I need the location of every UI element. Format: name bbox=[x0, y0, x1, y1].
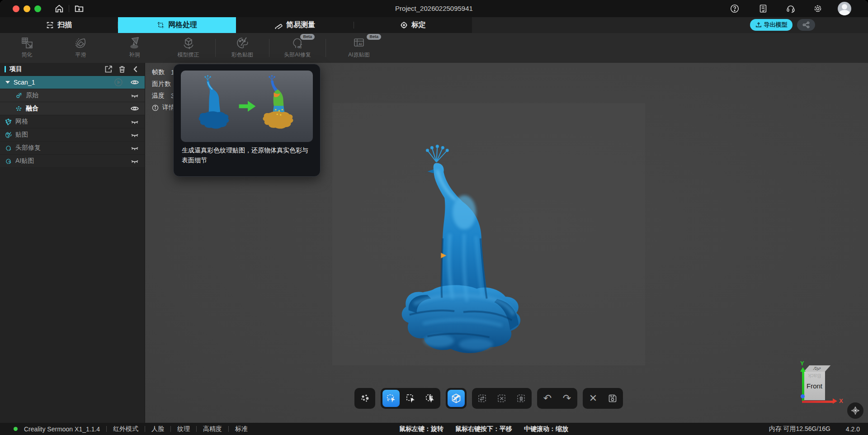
point-cloud-button[interactable] bbox=[356, 390, 373, 407]
save-button[interactable] bbox=[604, 390, 621, 407]
ai-texture-layer-icon: AI bbox=[5, 157, 12, 165]
eye-closed-icon[interactable] bbox=[130, 130, 139, 139]
tab-mesh-processing[interactable]: 网格处理 bbox=[118, 17, 236, 33]
layer-label: 融合 bbox=[26, 104, 38, 113]
mode-texture: 纹理 bbox=[177, 425, 190, 433]
settings-gear-icon[interactable] bbox=[813, 4, 823, 14]
mesh-view-button[interactable] bbox=[448, 390, 465, 407]
status-separator bbox=[228, 426, 229, 432]
support-headset-icon[interactable] bbox=[786, 4, 796, 14]
delete-selection-button[interactable] bbox=[513, 390, 530, 407]
tool-color-texture[interactable]: 彩色贴图 bbox=[216, 33, 269, 63]
gizmo-front-face[interactable]: Back Front bbox=[804, 372, 825, 400]
delete-project-icon[interactable] bbox=[118, 65, 127, 74]
layer-row-scan1[interactable]: Scan_1 bbox=[0, 76, 145, 89]
eye-open-icon[interactable] bbox=[130, 104, 139, 113]
fill-holes-icon bbox=[127, 36, 142, 50]
tool-smooth[interactable]: 平滑 bbox=[54, 33, 108, 63]
tool-simplify[interactable]: 简化 bbox=[0, 33, 54, 63]
play-icon[interactable] bbox=[114, 78, 123, 87]
share-button[interactable] bbox=[797, 19, 815, 31]
mode-standard: 标准 bbox=[235, 425, 248, 433]
group-selection-edit bbox=[472, 388, 532, 409]
tool-label: 头部AI修复 bbox=[284, 51, 311, 59]
eye-closed-icon[interactable] bbox=[130, 143, 139, 152]
y-axis-label: Y bbox=[800, 360, 804, 367]
point-cloud-icon bbox=[359, 393, 370, 404]
tool-ai-texture[interactable]: Beta AI AI原贴图 bbox=[326, 33, 392, 63]
cancel-edit-button[interactable]: ✕ bbox=[585, 390, 602, 407]
layer-row-mesh[interactable]: 网格 bbox=[0, 115, 145, 128]
eye-closed-icon[interactable] bbox=[130, 91, 139, 100]
simplify-icon bbox=[20, 36, 34, 50]
tab-row: 扫描 网格处理 简易测量 标定 bbox=[0, 17, 868, 33]
x-axis-arrowhead bbox=[833, 398, 837, 404]
layer-row-fusion[interactable]: 融合 bbox=[0, 102, 145, 115]
device-name: Creality Sermoon X1_1.1.4 bbox=[24, 426, 100, 433]
group-select-tools bbox=[381, 388, 440, 409]
peacock-beak bbox=[428, 169, 434, 173]
collapse-panel-icon[interactable] bbox=[131, 65, 140, 74]
license-icon[interactable] bbox=[758, 4, 768, 14]
eye-open-icon[interactable] bbox=[130, 78, 139, 87]
app-version: 4.2.0 bbox=[846, 426, 860, 433]
export-model-button[interactable]: 导出模型 bbox=[750, 19, 793, 31]
tool-label: 彩色贴图 bbox=[231, 51, 253, 59]
tab-calibration[interactable]: 标定 bbox=[354, 17, 472, 33]
close-icon: ✕ bbox=[589, 393, 597, 403]
eye-closed-icon[interactable] bbox=[130, 156, 139, 165]
layer-row-raw[interactable]: 原始 bbox=[0, 89, 145, 102]
align-model-icon bbox=[181, 36, 196, 50]
orientation-gizmo[interactable]: Top Back Front Y X bbox=[796, 362, 854, 421]
ai-texture-icon: AI bbox=[352, 36, 366, 50]
tool-head-ai-repair[interactable]: Beta AI 头部AI修复 bbox=[269, 33, 326, 63]
tooltip-preview-image bbox=[181, 71, 313, 142]
status-bar: Creality Sermoon X1_1.1.4 红外模式 人脸 纹理 高精度… bbox=[0, 423, 868, 435]
export-model-label: 导出模型 bbox=[764, 21, 788, 29]
share-icon bbox=[802, 21, 810, 28]
peacock-crown bbox=[426, 145, 448, 162]
preview-after-model bbox=[261, 74, 295, 138]
x-axis-line bbox=[802, 401, 834, 403]
import-icon[interactable] bbox=[104, 65, 113, 74]
app-window: Project_20260225095941 扫描 网格处理 简易测量 bbox=[0, 0, 868, 435]
reset-view-button[interactable] bbox=[847, 402, 863, 419]
layer-row-head-repair[interactable]: 头部修复 bbox=[0, 142, 145, 155]
tool-ribbon: 简化 平滑 补洞 模型摆正 彩色贴图 Beta AI 头部AI修复 Beta A… bbox=[0, 33, 868, 63]
status-separator bbox=[170, 426, 171, 432]
device-online-dot bbox=[14, 427, 18, 431]
layer-row-ai-texture[interactable]: AI AI贴图 bbox=[0, 155, 145, 168]
rect-select-button[interactable] bbox=[402, 390, 419, 407]
texture-palette-icon bbox=[5, 131, 12, 139]
chevron-down-icon[interactable] bbox=[5, 81, 10, 84]
status-left: Creality Sermoon X1_1.1.4 红外模式 人脸 纹理 高精度… bbox=[14, 423, 248, 435]
tab-scan[interactable]: 扫描 bbox=[0, 17, 118, 33]
layer-row-texture[interactable]: 贴图 bbox=[0, 128, 145, 142]
group-history: ↶ ↷ bbox=[537, 388, 577, 409]
gizmo-front-label: Front bbox=[807, 382, 822, 390]
sidebar-title: 项目 bbox=[9, 65, 99, 73]
head-repair-icon bbox=[5, 144, 12, 152]
user-avatar[interactable] bbox=[838, 2, 851, 15]
tab-measure[interactable]: 简易测量 bbox=[236, 17, 354, 33]
gizmo-top-face[interactable]: Top bbox=[804, 365, 831, 372]
tool-align-model[interactable]: 模型摆正 bbox=[161, 33, 215, 63]
status-separator bbox=[196, 426, 197, 432]
scanned-model-peacock[interactable] bbox=[396, 143, 526, 365]
tool-fill-holes[interactable]: 补洞 bbox=[108, 33, 161, 63]
undo-button[interactable]: ↶ bbox=[539, 390, 556, 407]
beta-badge: Beta bbox=[367, 34, 381, 40]
invert-selection-button[interactable] bbox=[474, 390, 491, 407]
help-icon[interactable] bbox=[730, 4, 740, 14]
delete-selection-icon bbox=[516, 393, 527, 404]
project-sidebar: 项目 Scan_1 原始 融合 网格 贴图 bbox=[0, 63, 145, 423]
group-pointcloud bbox=[354, 388, 375, 409]
redo-button[interactable]: ↷ bbox=[558, 390, 576, 407]
circle-select-button[interactable] bbox=[421, 390, 439, 407]
status-separator bbox=[145, 426, 145, 432]
hint-zoom: 中键滚动：缩放 bbox=[524, 425, 568, 433]
eye-closed-icon[interactable] bbox=[130, 117, 139, 126]
lasso-select-button[interactable] bbox=[382, 390, 400, 407]
tooltip-caption: 生成逼真彩色纹理贴图，还原物体真实色彩与表面细节 bbox=[182, 146, 312, 165]
deselect-button[interactable] bbox=[493, 390, 510, 407]
